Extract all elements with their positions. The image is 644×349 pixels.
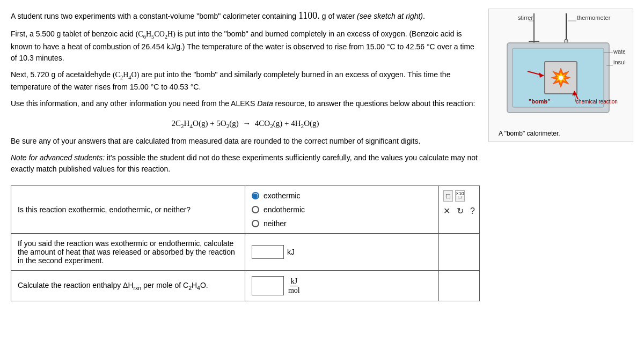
kj-mol-fraction: kJ mol [287, 277, 301, 295]
radio-circle-exothermic [252, 192, 259, 199]
tools-actions-row: ✕ ↻ ? [443, 206, 475, 216]
radio-exothermic[interactable]: exothermic [252, 191, 432, 200]
diagram-caption: A "bomb" calorimeter. [493, 130, 628, 137]
fraction-kj-group: kJ mol [252, 276, 432, 295]
fraction-denominator: mol [287, 286, 301, 295]
tools-icons-row: □ □ ×10 [443, 190, 475, 202]
calorimeter-diagram: thermometer stirrer insulation water [488, 9, 633, 142]
tools-cell-2 [439, 234, 480, 271]
intro-paragraph: A student runs two experiments with a co… [11, 9, 480, 23]
close-button[interactable]: ✕ [443, 206, 450, 216]
svg-text:insulation: insulation [613, 59, 625, 65]
question-3-answer: kJ mol [245, 271, 438, 301]
benzoic-paragraph: First, a 5.500 g tablet of benzoic acid … [11, 28, 480, 64]
calorimeter-svg: thermometer stirrer insulation water [496, 13, 625, 126]
fraction-input-box[interactable] [252, 276, 284, 295]
svg-text:thermometer: thermometer [577, 14, 611, 21]
icon-box-1[interactable]: □ [443, 190, 453, 202]
reaction-equation: 2C2H4O(g) + 5O2(g) → 4CO2(g) + 4H2O(g) [11, 119, 480, 129]
tools-cell-3 [439, 271, 480, 301]
question-row-2: If you said the reaction was exothermic … [11, 234, 480, 271]
question-1-text: Is this reaction exothermic, endothermic… [11, 186, 245, 234]
radio-circle-endothermic [252, 206, 259, 213]
input-kj-group: kJ [252, 245, 432, 259]
radio-circle-neither [252, 220, 259, 227]
radio-label-exothermic: exothermic [264, 191, 300, 200]
icon-box-2[interactable]: □ ×10 [455, 190, 465, 202]
radio-label-endothermic: endothermic [264, 205, 305, 214]
question-3-text: Calculate the reaction enthalpy ΔHrxn pe… [11, 271, 245, 301]
help-button[interactable]: ? [470, 206, 475, 216]
acetaldehyde-paragraph: Next, 5.720 g of acetaldehyde (C2H4O) ar… [11, 69, 480, 93]
kj-input-box[interactable] [252, 245, 284, 259]
question-row-3: Calculate the reaction enthalpy ΔHrxn pe… [11, 271, 480, 301]
undo-button[interactable]: ↻ [457, 206, 464, 216]
question-row-1: Is this reaction exothermic, endothermic… [11, 186, 480, 234]
question-2-text: If you said the reaction was exothermic … [11, 234, 245, 271]
svg-point-19 [559, 76, 563, 80]
advanced-note: Note for advanced students: it's possibl… [11, 152, 480, 175]
x10-label: ×10 [456, 191, 464, 196]
radio-endothermic[interactable]: endothermic [252, 205, 432, 214]
instruction-paragraph: Use this information, and any other info… [11, 98, 480, 109]
radio-neither[interactable]: neither [252, 219, 432, 228]
radio-label-neither: neither [264, 219, 287, 228]
kj-unit: kJ [287, 248, 295, 256]
radio-group-1: exothermic endothermic neither [252, 191, 432, 228]
svg-text:chemical reaction: chemical reaction [576, 99, 618, 105]
svg-text:"bomb": "bomb" [529, 98, 550, 105]
tools-cell: □ □ ×10 ✕ ↻ ? [439, 186, 480, 234]
svg-text:water: water [613, 48, 625, 55]
questions-table: Is this reaction exothermic, endothermic… [11, 185, 480, 301]
question-2-answer: kJ [245, 234, 438, 271]
fraction-numerator: kJ [290, 277, 298, 286]
sig-figs-note: Be sure any of your answers that are cal… [11, 136, 480, 147]
question-1-answer: exothermic endothermic neither [245, 186, 438, 234]
svg-text:stirrer: stirrer [518, 14, 533, 21]
